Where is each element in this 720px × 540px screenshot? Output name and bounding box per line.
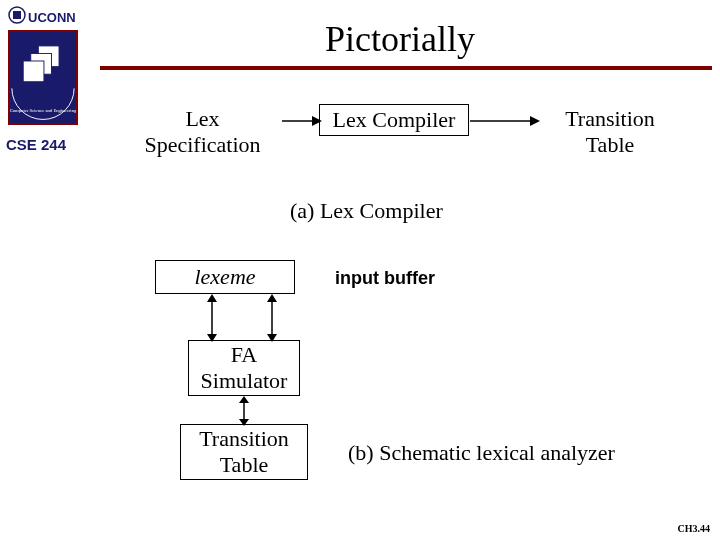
arrow-icon (282, 112, 322, 130)
lexeme-label: lexeme (156, 261, 294, 293)
dept-logo-icon: Computer Science and Engineering (8, 30, 78, 125)
transition-table-label-b: Transition Table (181, 425, 307, 479)
svg-rect-1 (13, 11, 21, 19)
transition-table-box-b: Transition Table (180, 424, 308, 480)
svg-marker-15 (267, 334, 277, 342)
lexeme-box: lexeme (155, 260, 295, 294)
fa-simulator-box: FA Simulator (188, 340, 300, 396)
double-arrow-icon (237, 396, 251, 426)
caption-b: (b) Schematic lexical analyzer (348, 440, 615, 466)
svg-marker-16 (239, 396, 249, 403)
double-arrow-icon (265, 294, 279, 342)
uconn-label: UCONN (28, 10, 76, 25)
svg-marker-13 (267, 294, 277, 302)
input-buffer-label: input buffer (335, 268, 435, 289)
svg-rect-4 (23, 61, 44, 82)
slide: UCONN Computer Science and Engineering C… (0, 0, 720, 540)
slide-title: Pictorially (120, 18, 680, 60)
arrow-icon (470, 112, 540, 130)
title-rule (100, 66, 712, 70)
svg-marker-10 (207, 294, 217, 302)
lex-compiler-box: Lex Compiler (319, 104, 469, 136)
svg-marker-12 (207, 334, 217, 342)
double-arrow-icon (205, 294, 219, 342)
transition-table-label-a: Transition Table (540, 106, 680, 158)
course-label: CSE 244 (6, 136, 66, 153)
caption-a: (a) Lex Compiler (290, 198, 443, 224)
svg-marker-7 (312, 116, 322, 126)
fa-simulator-label: FA Simulator (189, 341, 299, 395)
lex-compiler-label: Lex Compiler (320, 105, 468, 135)
slide-footer: CH3.44 (678, 523, 711, 534)
uconn-seal-icon (8, 6, 26, 24)
svg-marker-18 (239, 419, 249, 426)
svg-marker-9 (530, 116, 540, 126)
lex-specification-label: Lex Specification (125, 106, 280, 158)
svg-text:Computer Science and Engineeri: Computer Science and Engineering (10, 108, 76, 113)
